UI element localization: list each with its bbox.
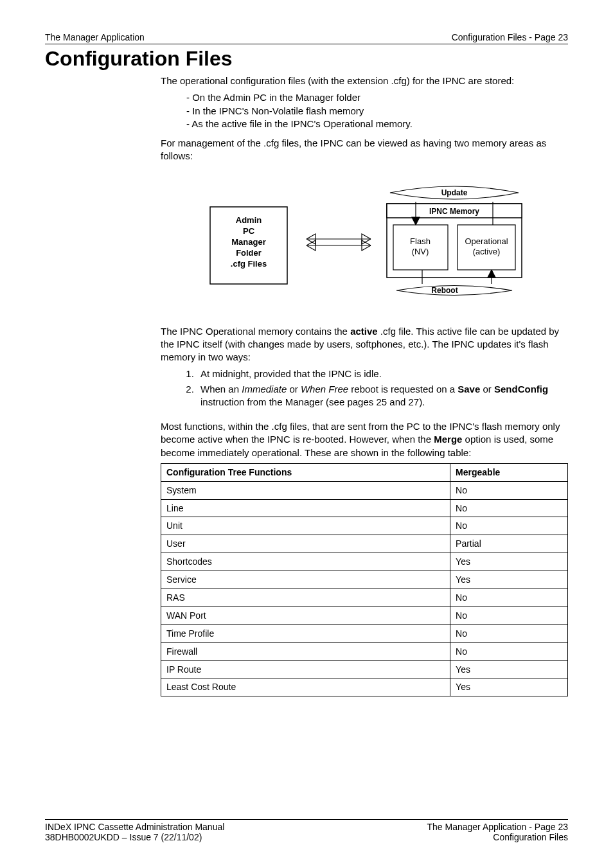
text-span: When an [200, 384, 242, 394]
table-row: FirewallNo [161, 642, 568, 660]
svg-text:Update: Update [441, 188, 468, 197]
table-cell: No [450, 607, 568, 624]
table-body: SystemNo LineNo UnitNo UserPartial Short… [161, 481, 568, 696]
table-header: Mergeable [450, 463, 568, 481]
table-cell: Least Cost Route [161, 678, 450, 696]
list-item: As the active file in the IPNC's Operati… [186, 118, 568, 130]
text-span: reboot is requested on a [348, 384, 458, 394]
header-right: Configuration Files - Page 23 [452, 32, 568, 42]
list-item: On the Admin PC in the Manager folder [186, 91, 568, 104]
bold-active: active [350, 326, 378, 337]
text-span: The IPNC Operational memory contains the [161, 326, 350, 337]
table-cell: Service [161, 571, 450, 589]
bold-save: Save [458, 384, 480, 394]
page-title: Configuration Files [45, 47, 568, 71]
table-row: SystemNo [161, 481, 568, 499]
table-cell: User [161, 535, 450, 553]
svg-text:Admin: Admin [236, 215, 262, 225]
table-row: ShortcodesYes [161, 553, 568, 571]
footer-text: INDeX IPNC Cassette Administration Manua… [45, 822, 224, 832]
merge-paragraph: Most functions, within the .cfg files, t… [161, 420, 568, 459]
intro-paragraph: The operational configuration files (wit… [161, 75, 568, 87]
table-cell: Yes [450, 553, 568, 571]
table-cell: No [450, 481, 568, 499]
stored-list: On the Admin PC in the Manager folder In… [161, 91, 568, 130]
table-cell: Yes [450, 571, 568, 589]
table-row: Least Cost RouteYes [161, 678, 568, 696]
footer-text: The Manager Application - Page 23 [427, 822, 568, 832]
italic-immediate: Immediate [242, 384, 287, 394]
text-span: or [287, 384, 301, 394]
table-cell: No [450, 499, 568, 517]
active-paragraph: The IPNC Operational memory contains the… [161, 325, 568, 364]
footer-left: INDeX IPNC Cassette Administration Manua… [45, 822, 224, 842]
svg-text:(NV): (NV) [412, 247, 429, 256]
table-cell: Time Profile [161, 624, 450, 642]
table-cell: No [450, 517, 568, 535]
footer-text: Configuration Files [427, 832, 568, 842]
italic-whenfree: When Free [301, 384, 348, 394]
page-footer: INDeX IPNC Cassette Administration Manua… [45, 819, 568, 842]
table-row: WAN PortNo [161, 607, 568, 624]
table-header-row: Configuration Tree Functions Mergeable [161, 463, 568, 481]
header-left: The Manager Application [45, 32, 145, 42]
mgmt-paragraph: For management of the .cfg files, the IP… [161, 137, 568, 163]
bold-sendconfig: SendConfig [494, 384, 548, 394]
table-cell: Yes [450, 660, 568, 678]
page-header: The Manager Application Configuration Fi… [45, 32, 568, 44]
table-cell: Line [161, 499, 450, 517]
ways-list: At midnight, provided that the IPNC is i… [161, 368, 568, 409]
table-row: LineNo [161, 499, 568, 517]
list-item: When an Immediate or When Free reboot is… [197, 383, 568, 409]
table-row: UserPartial [161, 535, 568, 553]
table-cell: Shortcodes [161, 553, 450, 571]
table-cell: No [450, 642, 568, 660]
footer-text: 38DHB0002UKDD – Issue 7 (22/11/02) [45, 832, 224, 842]
svg-text:.cfg Files: .cfg Files [231, 259, 267, 269]
text-span: or [480, 384, 494, 394]
footer-right: The Manager Application - Page 23 Config… [427, 822, 568, 842]
table-cell: Firewall [161, 642, 450, 660]
table-cell: No [450, 624, 568, 642]
bold-merge: Merge [434, 434, 462, 445]
svg-text:Reboot: Reboot [431, 286, 458, 295]
table-cell: IP Route [161, 660, 450, 678]
list-item: At midnight, provided that the IPNC is i… [197, 368, 568, 380]
table-row: ServiceYes [161, 571, 568, 589]
list-item: In the IPNC's Non-Volatile flash memory [186, 105, 568, 118]
table-cell: System [161, 481, 450, 499]
svg-text:IPNC Memory: IPNC Memory [429, 207, 479, 216]
table-cell: Yes [450, 678, 568, 696]
svg-text:Flash: Flash [410, 236, 431, 246]
svg-text:Manager: Manager [231, 237, 265, 247]
config-table: Configuration Tree Functions Mergeable S… [161, 463, 568, 697]
table-row: UnitNo [161, 517, 568, 535]
svg-text:Operational: Operational [465, 236, 508, 246]
table-header: Configuration Tree Functions [161, 463, 450, 481]
table-row: IP RouteYes [161, 660, 568, 678]
table-cell: WAN Port [161, 607, 450, 624]
table-row: RASNo [161, 589, 568, 607]
memory-diagram: Admin PC Manager Folder .cfg Files IPN [197, 175, 531, 310]
text-span: instruction from the Manager (see pages … [200, 396, 425, 407]
svg-text:PC: PC [243, 226, 255, 236]
table-cell: Unit [161, 517, 450, 535]
table-cell: No [450, 589, 568, 607]
table-cell: Partial [450, 535, 568, 553]
svg-text:(active): (active) [473, 247, 501, 256]
main-content: The operational configuration files (wit… [161, 75, 568, 696]
table-row: Time ProfileNo [161, 624, 568, 642]
svg-text:Folder: Folder [236, 248, 262, 258]
table-cell: RAS [161, 589, 450, 607]
